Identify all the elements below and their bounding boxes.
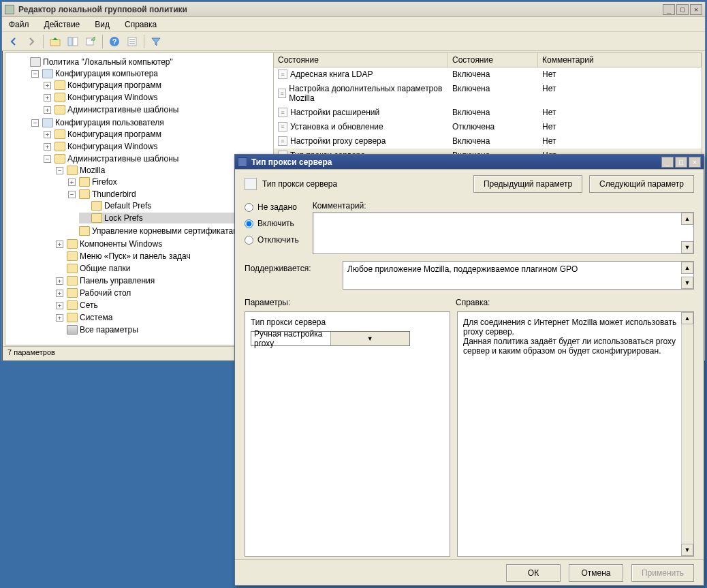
scroll-up-icon[interactable]: ▲: [681, 262, 693, 274]
menubar: Файл Действие Вид Справка: [2, 17, 705, 32]
forward-button[interactable]: [24, 34, 39, 49]
dialog-minimize-button[interactable]: _: [661, 157, 674, 168]
setting-item-icon: ≡: [278, 136, 287, 146]
dialog-titlebar[interactable]: Тип прокси сервера _ □ ✕: [235, 155, 704, 170]
toolbar: ?: [2, 32, 705, 51]
list-row[interactable]: ≡Настройки расширенийВключенаНет: [274, 106, 702, 120]
row-name: Адресная книга LDAP: [290, 69, 373, 79]
menu-action[interactable]: Действие: [42, 18, 83, 31]
properties-button[interactable]: [125, 34, 140, 49]
tree-root[interactable]: Политика "Локальный компьютер": [18, 57, 273, 67]
scroll-up-icon[interactable]: ▲: [681, 213, 693, 225]
row-comment: Нет: [538, 134, 702, 148]
comment-label: Комментарий:: [313, 201, 694, 211]
row-state: Отключена: [448, 120, 538, 134]
back-button[interactable]: [6, 34, 21, 49]
folder-icon: [67, 264, 78, 273]
setting-name: Тип прокси сервера: [262, 179, 337, 189]
gear-icon: [67, 325, 78, 335]
tree-user-windows-config[interactable]: +Конфигурация Windows: [42, 141, 273, 152]
apply-button[interactable]: Применить: [631, 564, 694, 582]
dialog-title: Тип прокси сервера: [251, 157, 661, 167]
tree-pane[interactable]: Политика "Локальный компьютер" −Конфигур…: [5, 53, 274, 345]
radio-not-configured[interactable]: Не задано: [245, 202, 299, 212]
row-state: Включена: [448, 134, 538, 148]
next-setting-button[interactable]: Следующий параметр: [589, 175, 694, 193]
scroll-down-icon[interactable]: ▼: [681, 277, 693, 289]
row-comment: Нет: [538, 67, 702, 81]
chevron-down-icon[interactable]: ▼: [330, 332, 410, 345]
tree-windows-config[interactable]: +Конфигурация Windows: [42, 92, 273, 103]
menu-view[interactable]: Вид: [92, 18, 112, 31]
prev-setting-button[interactable]: Предыдущий параметр: [473, 175, 582, 193]
menu-help[interactable]: Справка: [122, 18, 159, 31]
tree-software-config[interactable]: +Конфигурация программ: [42, 80, 273, 91]
folder-icon: [54, 154, 65, 164]
svg-rect-1: [68, 37, 72, 46]
maximize-button[interactable]: □: [676, 4, 689, 15]
main-titlebar[interactable]: Редактор локальной групповой политики _ …: [2, 2, 705, 17]
tree-computer-config[interactable]: −Конфигурация компьютера: [30, 68, 273, 79]
help-text: Для соединения с Интернет Mozilla может …: [463, 318, 678, 356]
filter-button[interactable]: [148, 34, 163, 49]
help-button[interactable]: ?: [107, 34, 122, 49]
help-scrollbar[interactable]: ▲ ▼: [681, 312, 693, 556]
up-button[interactable]: [48, 34, 63, 49]
setting-item-icon: ≡: [278, 122, 287, 131]
menu-file[interactable]: Файл: [6, 18, 32, 31]
list-row[interactable]: ≡Установка и обновлениеОтключенаНет: [274, 120, 702, 134]
folder-icon: [54, 93, 65, 102]
setting-icon: [245, 178, 257, 190]
scroll-up-icon[interactable]: ▲: [681, 312, 693, 324]
list-row[interactable]: ≡Настройки proxy сервераВключенаНет: [274, 134, 702, 149]
tree-admin-templates[interactable]: +Административные шаблоны: [42, 104, 273, 115]
folder-icon: [67, 288, 78, 298]
list-row[interactable]: ≡Адресная книга LDAPВключенаНет: [274, 67, 702, 82]
list-row[interactable]: ≡Настройка дополнительных параметров Moz…: [274, 82, 702, 106]
header-state[interactable]: Состояние: [448, 53, 538, 67]
ok-button[interactable]: ОК: [506, 564, 561, 582]
dialog-maximize-button[interactable]: □: [675, 157, 687, 168]
dialog-footer: ОК Отмена Применить: [235, 559, 704, 585]
row-state: Включена: [448, 82, 538, 105]
dialog-icon: [238, 157, 247, 167]
scroll-down-icon[interactable]: ▼: [681, 241, 693, 253]
folder-icon: [91, 213, 102, 223]
show-hide-tree-button[interactable]: [65, 34, 80, 49]
folder-icon: [79, 177, 90, 187]
minimize-button[interactable]: _: [663, 4, 675, 15]
header-comment[interactable]: Комментарий: [538, 53, 702, 67]
help-label: Справка:: [456, 298, 490, 307]
combo-value: Ручная настройка proxy: [251, 329, 330, 348]
folder-icon: [67, 239, 78, 249]
close-button[interactable]: ✕: [690, 4, 702, 15]
folder-icon: [67, 313, 78, 322]
svg-rect-0: [50, 40, 60, 46]
radio-disabled[interactable]: Отключить: [245, 235, 299, 245]
row-state: Включена: [448, 106, 538, 119]
app-icon: [5, 5, 14, 14]
policy-dialog: Тип прокси сервера _ □ ✕ Тип прокси серв…: [234, 154, 704, 586]
tree-user-software-config[interactable]: +Конфигурация программ: [42, 129, 273, 140]
dialog-close-button[interactable]: ✕: [689, 157, 701, 168]
scroll-down-icon[interactable]: ▼: [681, 544, 693, 556]
folder-icon: [79, 189, 90, 199]
row-name: Настройка дополнительных параметров Mozi…: [289, 84, 444, 103]
setting-item-icon: ≡: [278, 108, 287, 117]
list-header[interactable]: Состояние Состояние Комментарий: [274, 53, 702, 67]
user-icon: [42, 118, 53, 127]
row-name: Установка и обновление: [290, 122, 383, 131]
comment-textarea[interactable]: ▲ ▼: [313, 212, 694, 254]
supported-box: Любое приложение Mozilla, поддерживаемое…: [343, 261, 694, 290]
header-name[interactable]: Состояние: [274, 53, 448, 67]
main-title: Редактор локальной групповой политики: [18, 5, 663, 14]
row-comment: Нет: [538, 106, 702, 119]
radio-enabled[interactable]: Включить: [245, 219, 299, 228]
tree-user-config[interactable]: −Конфигурация пользователя: [30, 117, 273, 128]
export-button[interactable]: [83, 34, 98, 49]
proxy-type-combo[interactable]: Ручная настройка proxy ▼: [251, 331, 410, 346]
folder-icon: [67, 300, 78, 310]
cancel-button[interactable]: Отмена: [569, 564, 623, 582]
status-text: 7 параметров: [7, 348, 55, 356]
help-panel: Для соединения с Интернет Mozilla может …: [457, 311, 694, 557]
